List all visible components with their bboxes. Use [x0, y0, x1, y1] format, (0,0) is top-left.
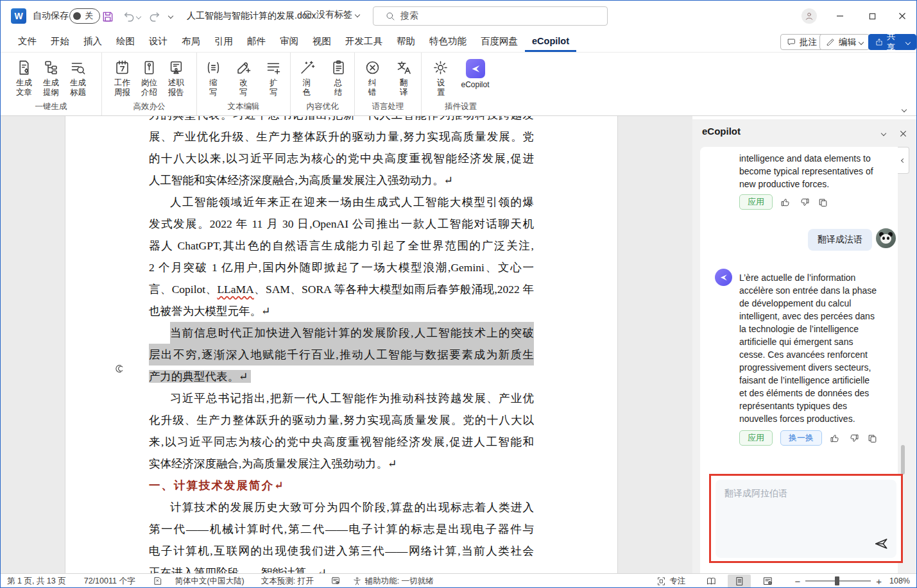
tab-draw[interactable]: 绘图	[109, 31, 142, 52]
zoom-slider[interactable]	[805, 580, 871, 582]
user-avatar	[876, 228, 896, 248]
thumbs-up-icon[interactable]	[830, 433, 841, 444]
debrief-report-button[interactable]: 述职报告	[164, 58, 189, 99]
margin-copilot-button[interactable]	[112, 362, 125, 375]
correct-button[interactable]: 纠错	[361, 58, 384, 99]
quick-access-chevron-icon[interactable]	[168, 13, 173, 19]
assistant-line: intelligence and data elements to	[739, 152, 883, 165]
toggle-knob	[73, 12, 81, 20]
generate-article-button[interactable]: 生成文章	[12, 58, 37, 99]
tab-developer[interactable]: 开发工具	[338, 31, 390, 52]
minimize-button[interactable]	[830, 7, 850, 25]
print-layout-icon	[734, 576, 745, 587]
rewrite-button[interactable]: 改写	[232, 58, 255, 99]
edit-mode-button[interactable]: 编辑	[819, 34, 870, 50]
tab-insert[interactable]: 插入	[76, 31, 109, 52]
tab-layout[interactable]: 布局	[175, 31, 207, 52]
autosave-toggle[interactable]: 关	[69, 8, 100, 24]
panel-expand-handle[interactable]	[898, 147, 909, 174]
print-layout-button[interactable]	[728, 575, 751, 588]
copy-icon[interactable]	[867, 433, 878, 444]
ribbon-tab-row: 文件 开始 插入 绘图 设计 布局 引用 邮件 审阅 视图 开发工具 帮助 特色…	[1, 31, 916, 52]
label-status-text: 没有标签	[316, 9, 352, 21]
save-icon	[101, 10, 114, 23]
copilot-input[interactable]: 翻译成阿拉伯语	[716, 480, 896, 558]
tab-special-features[interactable]: 特色功能	[422, 31, 474, 52]
zoom-slider-handle[interactable]	[835, 576, 839, 585]
settings-label: 设置	[436, 78, 445, 97]
prediction-icon	[330, 576, 341, 586]
tab-review[interactable]: 审阅	[273, 31, 305, 52]
settings-button[interactable]: 设置	[429, 58, 452, 99]
language-status[interactable]: 简体中文(中国大陆)	[175, 576, 244, 587]
generate-title-button[interactable]: 生成标题	[66, 58, 90, 99]
tab-design[interactable]: 设计	[142, 31, 175, 52]
job-intro-button[interactable]: 岗位介绍	[137, 58, 162, 99]
retry-button[interactable]: 换一换	[780, 430, 822, 446]
panel-close-button[interactable]	[896, 127, 909, 140]
group-name-plugin: 插件设置	[445, 101, 477, 112]
account-button[interactable]	[801, 8, 817, 24]
generate-outline-button[interactable]: 生成提纲	[39, 58, 64, 99]
tab-home[interactable]: 开始	[44, 31, 76, 52]
web-layout-button[interactable]	[756, 575, 779, 588]
generate-title-label: 生成标题	[69, 78, 87, 97]
tab-file[interactable]: 文件	[11, 31, 44, 52]
tab-help[interactable]: 帮助	[390, 31, 422, 52]
ecopilot-pane-button[interactable]: eCopilot	[458, 58, 492, 99]
focus-mode-button[interactable]: 专注	[656, 576, 685, 587]
weekly-report-label: 工作周报	[114, 78, 132, 97]
summarize-button[interactable]: 总结	[327, 58, 350, 99]
save-button[interactable]	[100, 9, 116, 24]
doc-line: 实体经济深度融合,为高质量发展注入强劲动力。↵	[149, 453, 534, 475]
tab-mailings[interactable]: 邮件	[240, 31, 273, 52]
doc-line: 2 个月突破 1 亿用户,国内外随即掀起了一场大模型浪潮,Gemini、文心一	[149, 256, 534, 278]
translate-button[interactable]: 翻译	[392, 58, 416, 99]
tab-baidu-netdisk[interactable]: 百度网盘	[474, 31, 525, 52]
document-area: 力的典型代表。习近平总书记指出,把新一代人工智能作为推动科技跨越发 展、产业优化…	[1, 116, 692, 573]
redo-button[interactable]	[147, 9, 162, 24]
panel-chevron-down-icon	[881, 131, 886, 136]
thumbs-down-icon[interactable]	[799, 197, 810, 208]
condense-button[interactable]: 缩写	[201, 58, 225, 99]
copy-icon[interactable]	[818, 197, 828, 208]
sensitivity-label[interactable]: 没有标签	[302, 9, 359, 21]
tab-ecopilot[interactable]: eCopilot	[525, 31, 576, 52]
maximize-button[interactable]	[862, 7, 882, 25]
search-input[interactable]: 搜索	[373, 6, 608, 26]
word-count[interactable]: 72/10011 个字	[84, 576, 135, 587]
proofing-status-button[interactable]	[153, 576, 163, 586]
maximize-icon	[870, 13, 875, 19]
user-message-bubble: 翻译成法语	[808, 229, 872, 251]
apply-button[interactable]: 应用	[739, 194, 773, 210]
ribbon-collapse-chevron-icon[interactable]	[902, 107, 907, 112]
close-button[interactable]	[893, 7, 912, 25]
accessibility-status[interactable]: 辅助功能: 一切就绪	[352, 576, 434, 587]
thumbs-down-icon[interactable]	[848, 433, 859, 444]
zoom-out-button[interactable]: −	[794, 576, 800, 587]
undo-menu-chevron-icon[interactable]	[136, 14, 141, 19]
apply-button-2[interactable]: 应用	[739, 430, 773, 446]
panel-collapse-button[interactable]	[877, 127, 890, 140]
comments-button[interactable]: 批注	[780, 34, 823, 50]
text-prediction-status[interactable]: 文本预测: 打开	[261, 576, 314, 587]
share-button[interactable]: 共享	[868, 34, 916, 50]
send-button[interactable]	[872, 535, 890, 553]
accessibility-icon	[352, 576, 362, 586]
thumbs-up-icon[interactable]	[780, 197, 791, 208]
zoom-level[interactable]: 108%	[889, 576, 910, 585]
group-name-office: 高效办公	[133, 101, 166, 112]
expand-button[interactable]: 扩写	[262, 58, 286, 99]
text-prediction-button[interactable]	[330, 576, 341, 586]
tab-view[interactable]: 视图	[305, 31, 338, 52]
tab-references[interactable]: 引用	[207, 31, 240, 52]
polish-button[interactable]: 润色	[295, 58, 319, 99]
read-mode-button[interactable]	[699, 575, 723, 588]
undo-button[interactable]	[121, 9, 137, 24]
page-indicator[interactable]: 第 1 页, 共 13 页	[7, 576, 66, 587]
weekly-report-button[interactable]: 工作周报	[110, 58, 135, 99]
zoom-in-button[interactable]: +	[876, 576, 882, 587]
rewrite-icon	[235, 59, 252, 76]
doc-line-selected: 产力的典型代表。↵	[149, 365, 534, 387]
panel-scrollbar[interactable]	[901, 445, 905, 475]
